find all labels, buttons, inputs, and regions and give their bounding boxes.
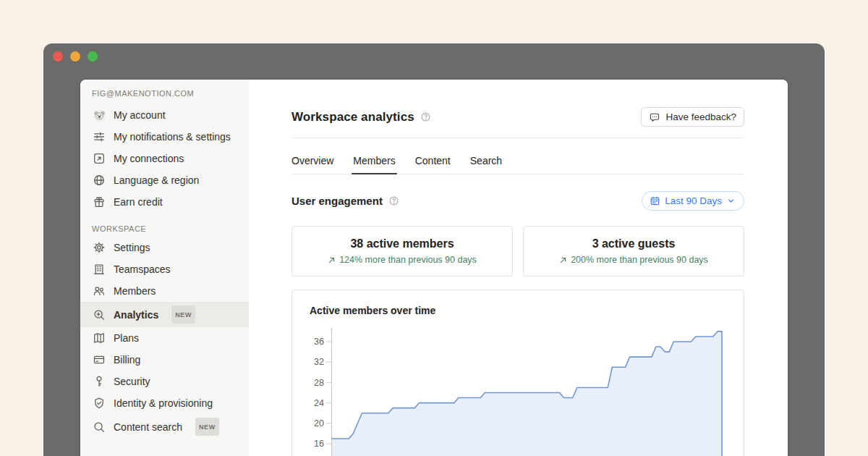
sidebar-item-label: Plans — [114, 331, 139, 345]
svg-text:24: 24 — [314, 398, 324, 408]
have-feedback-label: Have feedback? — [665, 111, 736, 122]
stat-card: 38 active members124% more than previous… — [292, 226, 513, 276]
main-content: Workspace analytics Have feedback? Overv… — [249, 80, 788, 456]
people-icon — [92, 284, 106, 297]
sidebar-item-identity-provisioning[interactable]: Identity & provisioning — [80, 392, 249, 414]
chevron-down-icon — [726, 196, 736, 206]
trend-up-arrow-icon — [328, 256, 336, 264]
search-icon — [92, 421, 106, 434]
have-feedback-button[interactable]: Have feedback? — [641, 107, 744, 127]
svg-text:28: 28 — [314, 378, 324, 388]
stat-delta-label: 200% more than previous 90 days — [571, 255, 708, 265]
sidebar-item-label: Billing — [114, 352, 140, 367]
sidebar-item-my-notifications-settings[interactable]: My notifications & settings — [80, 126, 249, 148]
sidebar-item-earn-credit[interactable]: Earn credit — [80, 191, 249, 213]
sliders-icon — [92, 130, 106, 143]
arrow-up-right-box-icon — [92, 152, 106, 165]
workspace-heading: WORKSPACE — [80, 224, 249, 233]
account-email-heading: FIG@MAKENOTION.COM — [80, 89, 249, 98]
date-range-button[interactable]: Last 90 Days — [642, 191, 744, 211]
stat-delta: 124% more than previous 90 days — [328, 255, 477, 265]
stat-delta: 200% more than previous 90 days — [559, 255, 708, 265]
sidebar: FIG@MAKENOTION.COM My accountMy notifica… — [80, 80, 249, 456]
sidebar-item-label: My connections — [114, 151, 184, 166]
engagement-title: User engagement — [292, 195, 383, 207]
sidebar-item-label: Settings — [114, 240, 150, 255]
help-circle-icon[interactable] — [388, 195, 399, 206]
sidebar-item-billing[interactable]: Billing — [80, 349, 249, 371]
page-background: { "colors": { "page_bg": "#f8f2e9", "fra… — [0, 0, 868, 456]
chart-card: Active members over time 162024283236 — [292, 290, 744, 456]
workspace-nav: SettingsTeamspacesMembersAnalyticsNEWPla… — [80, 237, 249, 439]
stat-card: 3 active guests200% more than previous 9… — [523, 226, 744, 276]
sidebar-item-teamspaces[interactable]: Teamspaces — [80, 258, 249, 280]
sidebar-item-label: Members — [114, 284, 156, 298]
date-range-label: Last 90 Days — [665, 195, 722, 206]
sidebar-item-my-connections[interactable]: My connections — [80, 148, 249, 169]
gift-icon — [92, 195, 106, 208]
svg-text:36: 36 — [314, 337, 324, 347]
sidebar-item-label: Earn credit — [114, 195, 163, 209]
sidebar-item-label: Content search — [114, 420, 182, 434]
page-title: Workspace analytics — [292, 110, 414, 124]
sidebar-item-settings[interactable]: Settings — [80, 237, 249, 258]
sidebar-item-label: Identity & provisioning — [114, 396, 213, 410]
sidebar-item-label: My account — [114, 108, 166, 122]
traffic-lights — [53, 51, 98, 62]
sidebar-item-language-region[interactable]: Language & region — [80, 169, 249, 191]
trend-up-arrow-icon — [559, 256, 567, 264]
engagement-header: User engagement Last 90 Days — [292, 191, 744, 211]
stat-value: 3 active guests — [592, 237, 676, 250]
sidebar-item-label: Teamspaces — [114, 262, 171, 276]
sidebar-item-content-search[interactable]: Content searchNEW — [80, 414, 249, 439]
analytics-tabs: OverviewMembersContentSearch — [292, 138, 744, 174]
sidebar-item-plans[interactable]: Plans — [80, 327, 249, 349]
svg-text:20: 20 — [314, 418, 324, 428]
chart-title: Active members over time — [292, 290, 744, 316]
speech-bubble-icon — [649, 111, 660, 123]
tab-overview[interactable]: Overview — [292, 155, 333, 174]
shield-check-icon — [92, 397, 106, 410]
globe-icon — [92, 174, 106, 187]
gear-icon — [92, 241, 106, 254]
tab-search[interactable]: Search — [470, 155, 502, 174]
zoom-button[interactable] — [88, 51, 98, 62]
settings-panel: FIG@MAKENOTION.COM My accountMy notifica… — [80, 80, 788, 456]
sidebar-item-my-account[interactable]: My account — [80, 104, 249, 126]
sidebar-item-label: My notifications & settings — [114, 130, 231, 144]
tab-members[interactable]: Members — [353, 155, 395, 174]
sidebar-item-analytics[interactable]: AnalyticsNEW — [80, 302, 249, 327]
account-nav: My accountMy notifications & settingsMy … — [80, 104, 249, 213]
svg-text:32: 32 — [314, 357, 324, 367]
zoom-in-icon — [92, 308, 106, 321]
close-button[interactable] — [53, 51, 63, 62]
sidebar-item-label: Language & region — [114, 173, 199, 187]
minimize-button[interactable] — [70, 51, 80, 62]
stat-value: 38 active members — [350, 237, 454, 250]
calendar-icon — [650, 195, 660, 206]
svg-text:16: 16 — [314, 439, 324, 449]
sidebar-item-security[interactable]: Security — [80, 371, 249, 392]
help-circle-icon[interactable] — [420, 111, 431, 122]
map-icon — [92, 332, 106, 345]
page-header: Workspace analytics Have feedback? — [292, 107, 744, 127]
stat-cards: 38 active members124% more than previous… — [292, 226, 744, 276]
credit-card-icon — [92, 353, 106, 366]
window-frame: FIG@MAKENOTION.COM My accountMy notifica… — [43, 43, 825, 456]
tab-content[interactable]: Content — [415, 155, 451, 174]
sidebar-item-members[interactable]: Members — [80, 280, 249, 302]
stat-delta-label: 124% more than previous 90 days — [339, 255, 477, 265]
building-icon — [92, 263, 106, 276]
new-badge: NEW — [195, 418, 219, 436]
key-icon — [92, 375, 106, 388]
sidebar-item-label: Security — [114, 374, 150, 389]
sidebar-item-label: Analytics — [114, 308, 158, 322]
koala-avatar-icon — [92, 109, 106, 122]
new-badge: NEW — [171, 305, 195, 324]
